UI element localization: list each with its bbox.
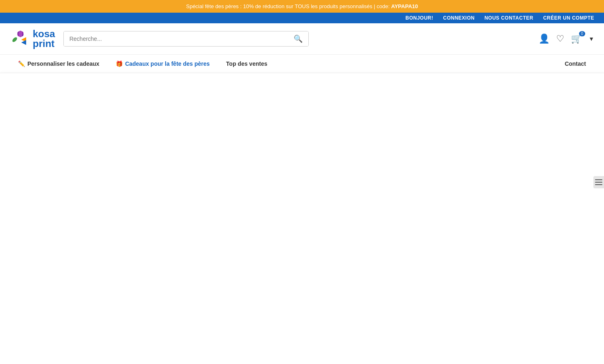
topnav-bonjour[interactable]: BONJOUR! — [406, 15, 433, 21]
pencil-icon: ✏️ — [18, 60, 25, 67]
search-icon: 🔍 — [294, 35, 303, 43]
logo-print: print — [33, 39, 55, 49]
nav-fete-peres[interactable]: 🎁 Cadeaux pour la fête des pères — [108, 55, 218, 73]
logo-area[interactable]: kosa print — [10, 28, 55, 49]
cart-badge: 0 — [579, 31, 586, 36]
svg-point-3 — [11, 36, 18, 43]
cart-icon[interactable]: 🛒 0 — [571, 33, 582, 44]
topnav-connexion[interactable]: CONNEXION — [443, 15, 475, 21]
search-button[interactable]: 🔍 — [288, 31, 308, 46]
nav-personaliser[interactable]: ✏️ Personnaliser les cadeaux — [10, 55, 108, 73]
logo-kosa: kosa — [33, 29, 55, 39]
header-icons: 👤 ♡ 🛒 0 ▼ — [539, 33, 594, 44]
top-nav-bar: BONJOUR! CONNEXION NOUS CONTACTER CRÉER … — [0, 13, 604, 23]
nav-top-ventes[interactable]: Top des ventes — [218, 55, 276, 73]
logo-text: kosa print — [33, 29, 55, 49]
account-icon[interactable]: 👤 — [539, 33, 550, 44]
topnav-contact[interactable]: NOUS CONTACTER — [485, 15, 533, 21]
search-bar: 🔍 — [63, 31, 309, 47]
banner-text: Spécial fête des pères : 10% de réductio… — [186, 3, 391, 9]
nav-contact[interactable]: Contact — [557, 55, 594, 73]
svg-point-2 — [18, 31, 22, 37]
top-banner: Spécial fête des pères : 10% de réductio… — [0, 0, 604, 13]
cart-dropdown-icon[interactable]: ▼ — [588, 36, 594, 42]
search-input[interactable] — [64, 31, 288, 46]
topnav-create-account[interactable]: CRÉER UN COMPTE — [543, 15, 594, 21]
logo-icon — [10, 28, 31, 49]
site-header: kosa print 🔍 👤 ♡ 🛒 0 ▼ — [0, 23, 604, 55]
banner-code: AYPAPA10 — [391, 3, 418, 9]
wishlist-icon[interactable]: ♡ — [556, 33, 564, 44]
main-nav: ✏️ Personnaliser les cadeaux 🎁 Cadeaux p… — [0, 55, 604, 73]
gift-icon: 🎁 — [116, 60, 123, 67]
